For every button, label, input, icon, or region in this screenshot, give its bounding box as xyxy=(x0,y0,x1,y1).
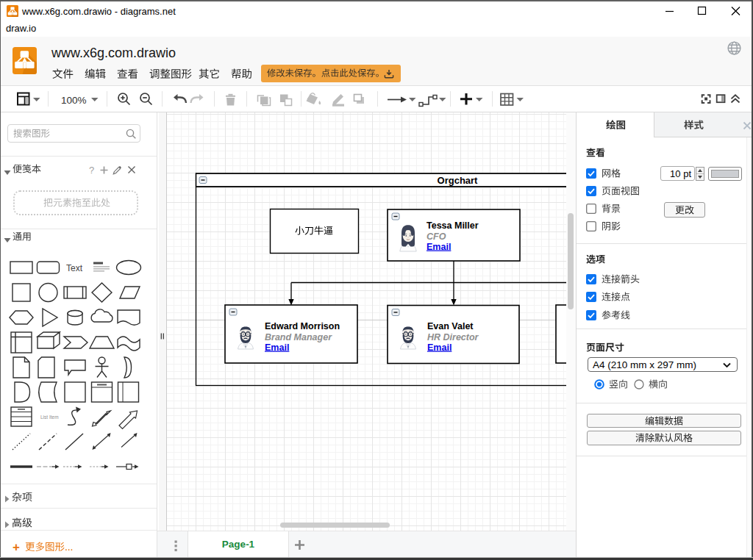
svg-text:Email: Email xyxy=(427,242,451,252)
svg-text:Email: Email xyxy=(265,342,289,353)
svg-text:HR Director: HR Director xyxy=(427,332,479,342)
svg-text:100%: 100% xyxy=(61,95,87,106)
svg-text:List Item: List Item xyxy=(40,414,59,420)
svg-text:Tessa Miller: Tessa Miller xyxy=(427,220,479,231)
svg-text:CFO: CFO xyxy=(427,231,446,242)
svg-text:Evan Valet: Evan Valet xyxy=(427,321,474,331)
svg-text:Edward Morrison: Edward Morrison xyxy=(265,321,340,331)
svg-text:Email: Email xyxy=(427,342,452,353)
svg-text:Text: Text xyxy=(66,263,83,273)
svg-text:Brand Manager: Brand Manager xyxy=(265,332,332,342)
svg-text:Orgchart: Orgchart xyxy=(438,175,479,186)
